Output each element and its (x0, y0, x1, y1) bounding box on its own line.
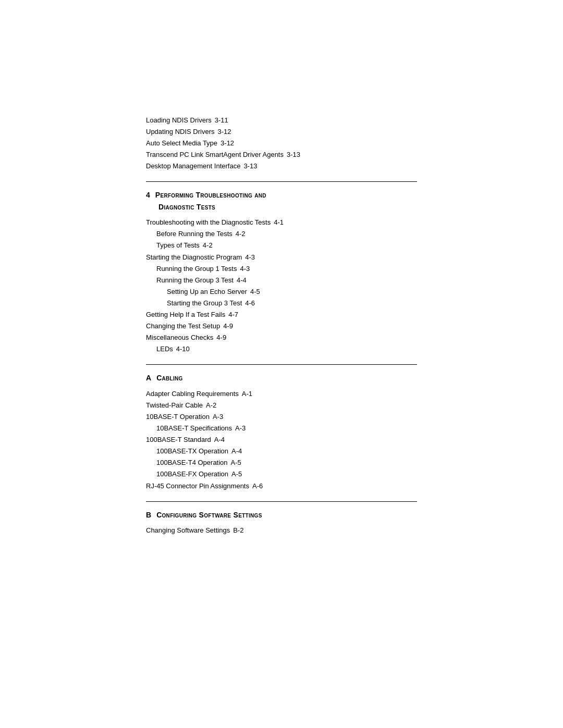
entry-page: A-2 (206, 400, 216, 411)
entry-title: Updating NDIS Drivers (146, 126, 215, 138)
entry-title: Types of Tests (156, 240, 200, 251)
entry-page: 4-3 (245, 252, 255, 263)
entry-page: 3-11 (215, 115, 228, 126)
entry-page: A-1 (242, 388, 252, 400)
entry-page: 3-12 (218, 126, 231, 138)
entry-title: 10BASE-T Operation (146, 411, 210, 423)
toc-section-a: Adapter Cabling Requirements A-1 Twisted… (146, 388, 417, 492)
toc-entry: Running the Group 3 Test 4-4 (146, 275, 417, 286)
section-header-line1: A Cabling (146, 372, 417, 384)
toc-entry: 100BASE-T Standard A-4 (146, 434, 417, 446)
section-header-line1: 4 Performing Troubleshooting and (146, 189, 417, 201)
section-header-b: B Configuring Software Settings (146, 509, 417, 521)
toc-entry: Adapter Cabling Requirements A-1 (146, 388, 417, 400)
toc-section-b: Changing Software Settings B-2 (146, 525, 417, 536)
section-number: A (146, 372, 151, 384)
entry-page: A-4 (231, 446, 242, 457)
entry-title: Changing the Test Setup (146, 320, 220, 332)
entry-title: Setting Up an Echo Server (167, 286, 247, 298)
entry-title: Transcend PC Link SmartAgent Driver Agen… (146, 149, 284, 161)
entry-title: Adapter Cabling Requirements (146, 388, 239, 400)
entry-title: 100BASE-TX Operation (156, 446, 228, 457)
entry-title: Changing Software Settings (146, 525, 230, 536)
entry-title: Auto Select Media Type (146, 138, 217, 149)
entry-title: Getting Help If a Test Fails (146, 309, 225, 320)
entry-title: 100BASE-T4 Operation (156, 457, 228, 468)
section-number: 4 (146, 189, 150, 201)
toc-entry: Desktop Management Interface 3-13 (146, 161, 417, 172)
toc-entry: Running the Group 1 Tests 4-3 (146, 263, 417, 275)
toc-entry: LEDs 4-10 (146, 343, 417, 355)
entry-page: 4-7 (228, 309, 238, 320)
section-title: Configuring Software Settings (156, 509, 262, 521)
divider (146, 181, 417, 182)
entry-title: Before Running the Tests (156, 228, 232, 240)
entry-page: 4-3 (240, 263, 250, 275)
toc-entry: Updating NDIS Drivers 3-12 (146, 126, 417, 138)
entry-title: 100BASE-T Standard (146, 434, 211, 446)
toc-entry: Before Running the Tests 4-2 (146, 228, 417, 240)
section-header-4: 4 Performing Troubleshooting and Diagnos… (146, 189, 417, 213)
toc-entry: RJ-45 Connector Pin Assignments A-6 (146, 480, 417, 492)
entry-page: 3-13 (243, 161, 257, 172)
entry-title: 10BASE-T Specifications (156, 423, 232, 434)
toc-entry: 100BASE-T4 Operation A-5 (146, 457, 417, 468)
toc-entry: Changing the Test Setup 4-9 (146, 320, 417, 332)
entry-page: 4-9 (223, 320, 233, 332)
toc-section-pre: Loading NDIS Drivers 3-11 Updating NDIS … (146, 115, 417, 172)
page: Loading NDIS Drivers 3-11 Updating NDIS … (0, 0, 563, 728)
toc-entry: 10BASE-T Specifications A-3 (146, 423, 417, 434)
section-title-continued: Diagnostic Tests (158, 201, 215, 213)
entry-title: Running the Group 1 Tests (156, 263, 237, 275)
entry-page: 4-9 (216, 332, 226, 343)
entry-page: A-5 (231, 457, 241, 468)
entry-page: 4-10 (176, 343, 190, 355)
entry-title: Twisted-Pair Cable (146, 400, 203, 411)
entry-page: 3-13 (287, 149, 300, 161)
entry-title: 100BASE-FX Operation (156, 468, 228, 480)
toc-entry: Twisted-Pair Cable A-2 (146, 400, 417, 411)
entry-page: 3-12 (221, 138, 234, 149)
toc-entry: Miscellaneous Checks 4-9 (146, 332, 417, 343)
divider (146, 501, 417, 502)
entry-title: Starting the Diagnostic Program (146, 252, 242, 263)
toc-entry: 100BASE-TX Operation A-4 (146, 446, 417, 457)
section-header-a: A Cabling (146, 372, 417, 384)
toc-entry: Changing Software Settings B-2 (146, 525, 417, 536)
entry-title: Miscellaneous Checks (146, 332, 213, 343)
entry-title: LEDs (156, 343, 173, 355)
entry-title: Starting the Group 3 Test (167, 298, 242, 309)
entry-page: A-3 (235, 423, 246, 434)
entry-page: A-4 (214, 434, 225, 446)
entry-page: 4-2 (236, 228, 246, 240)
toc-entry: 10BASE-T Operation A-3 (146, 411, 417, 423)
section-number: B (146, 509, 151, 521)
entry-title: Loading NDIS Drivers (146, 115, 212, 126)
section-header-line2: Diagnostic Tests (146, 201, 417, 213)
toc-entry: Loading NDIS Drivers 3-11 (146, 115, 417, 126)
section-title: Cabling (156, 372, 183, 384)
toc-section-4: Troubleshooting with the Diagnostic Test… (146, 217, 417, 355)
toc-entry: Transcend PC Link SmartAgent Driver Agen… (146, 149, 417, 161)
entry-page: 4-2 (203, 240, 213, 251)
entry-title: Desktop Management Interface (146, 161, 240, 172)
toc-entry: Auto Select Media Type 3-12 (146, 138, 417, 149)
entry-title: RJ-45 Connector Pin Assignments (146, 480, 249, 492)
toc-entry: Troubleshooting with the Diagnostic Test… (146, 217, 417, 228)
entry-page: 4-6 (245, 298, 255, 309)
toc-entry: Getting Help If a Test Fails 4-7 (146, 309, 417, 320)
toc-entry: 100BASE-FX Operation A-5 (146, 468, 417, 480)
entry-page: 4-4 (237, 275, 247, 286)
section-header-line1: B Configuring Software Settings (146, 509, 417, 521)
toc-entry: Types of Tests 4-2 (146, 240, 417, 251)
divider (146, 364, 417, 365)
entry-title: Troubleshooting with the Diagnostic Test… (146, 217, 271, 228)
entry-page: B-2 (233, 525, 243, 536)
section-title: Performing Troubleshooting and (155, 189, 266, 201)
entry-page: 4-5 (250, 286, 260, 298)
toc-entry: Starting the Diagnostic Program 4-3 (146, 252, 417, 263)
entry-page: 4-1 (274, 217, 284, 228)
entry-page: A-3 (213, 411, 223, 423)
entry-title: Running the Group 3 Test (156, 275, 234, 286)
toc-entry: Starting the Group 3 Test 4-6 (146, 298, 417, 309)
